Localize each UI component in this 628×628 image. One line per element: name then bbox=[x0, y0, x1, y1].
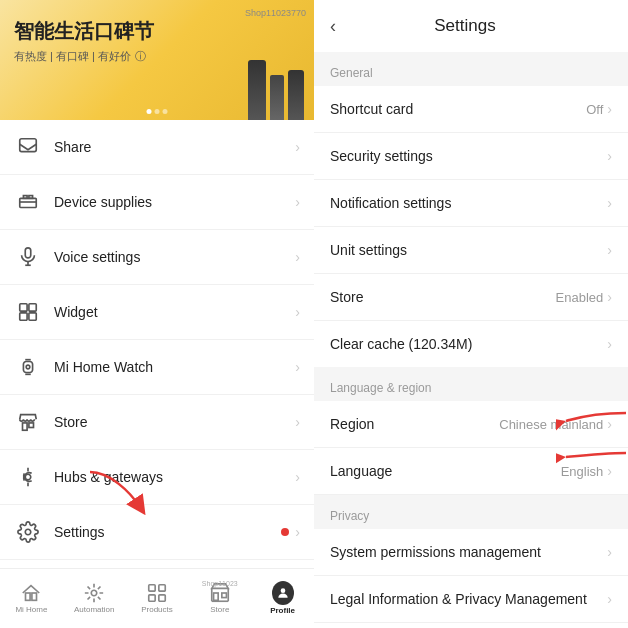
profile-nav-icon bbox=[272, 582, 294, 604]
left-panel: 智能生活口碑节 有热度 | 有口碑 | 有好价 ⓘ Shop11023770 ‹ bbox=[0, 0, 314, 628]
svg-rect-10 bbox=[20, 313, 27, 320]
products-nav-label: Products bbox=[141, 606, 173, 615]
banner-text: 智能生活口碑节 有热度 | 有口碑 | 有好价 ⓘ bbox=[14, 18, 154, 64]
banner-title: 智能生活口碑节 bbox=[14, 18, 154, 45]
svg-point-34 bbox=[280, 588, 285, 593]
mi-home-watch-icon bbox=[14, 353, 42, 381]
products-nav-icon bbox=[146, 582, 168, 604]
menu-label-voice-settings: Voice settings bbox=[54, 249, 295, 265]
nav-item-automation[interactable]: Automation bbox=[63, 578, 126, 619]
mi-home-nav-icon bbox=[20, 582, 42, 604]
voice-settings-icon bbox=[14, 243, 42, 271]
store-setting-arrow: › bbox=[607, 289, 612, 305]
settings-item-region[interactable]: Region Chinese mainland › bbox=[314, 401, 628, 448]
menu-arrow-settings: › bbox=[295, 524, 300, 540]
region-label: Region bbox=[330, 416, 499, 432]
unit-settings-label: Unit settings bbox=[330, 242, 607, 258]
settings-icon bbox=[14, 518, 42, 546]
svg-point-24 bbox=[91, 590, 97, 596]
banner[interactable]: 智能生活口碑节 有热度 | 有口碑 | 有好价 ⓘ Shop11023770 bbox=[0, 0, 314, 120]
svg-rect-9 bbox=[29, 304, 36, 311]
lang-region-group: Region Chinese mainland › Language Engli… bbox=[314, 401, 628, 495]
svg-rect-29 bbox=[213, 593, 218, 600]
svg-rect-2 bbox=[23, 196, 27, 199]
settings-item-clear-cache[interactable]: Clear cache (120.34M) › bbox=[314, 321, 628, 367]
settings-page-title: Settings bbox=[344, 16, 586, 36]
banner-dots bbox=[147, 109, 168, 114]
menu-arrow-share: › bbox=[295, 139, 300, 155]
svg-rect-1 bbox=[20, 198, 37, 207]
nav-item-profile[interactable]: Profile bbox=[251, 578, 314, 619]
settings-item-system-permissions[interactable]: System permissions management › bbox=[314, 529, 628, 576]
automation-nav-icon bbox=[83, 582, 105, 604]
system-permissions-arrow: › bbox=[607, 544, 612, 560]
dot-1 bbox=[147, 109, 152, 114]
svg-rect-8 bbox=[20, 304, 27, 311]
settings-item-legal-info[interactable]: Legal Information & Privacy Management › bbox=[314, 576, 628, 623]
settings-content: General Shortcut card Off › Security set… bbox=[314, 52, 628, 628]
back-button[interactable]: ‹ bbox=[330, 16, 336, 37]
svg-rect-5 bbox=[25, 248, 31, 258]
security-settings-label: Security settings bbox=[330, 148, 607, 164]
banner-subtitle: 有热度 | 有口碑 | 有好价 ⓘ bbox=[14, 49, 154, 64]
svg-point-21 bbox=[25, 529, 31, 535]
settings-item-store-setting[interactable]: Store Enabled › bbox=[314, 274, 628, 321]
menu-label-share: Share bbox=[54, 139, 295, 155]
menu-item-voice-settings[interactable]: Voice settings › bbox=[0, 230, 314, 285]
profile-nav-label: Profile bbox=[270, 606, 295, 615]
menu-item-widget[interactable]: Widget › bbox=[0, 285, 314, 340]
mi-home-nav-label: Mi Home bbox=[15, 606, 47, 615]
clear-cache-label: Clear cache (120.34M) bbox=[330, 336, 607, 352]
settings-item-personal-info[interactable]: Personal Information Collected › bbox=[314, 623, 628, 628]
settings-item-language[interactable]: Language English › bbox=[314, 448, 628, 495]
shortcut-card-label: Shortcut card bbox=[330, 101, 586, 117]
svg-rect-27 bbox=[149, 595, 155, 601]
dot-3 bbox=[163, 109, 168, 114]
banner-products bbox=[248, 60, 304, 120]
menu-label-store: Store bbox=[54, 414, 295, 430]
settings-item-notification-settings[interactable]: Notification settings › bbox=[314, 180, 628, 227]
menu-arrow-mi-home-watch: › bbox=[295, 359, 300, 375]
clear-cache-arrow: › bbox=[607, 336, 612, 352]
settings-item-shortcut-card[interactable]: Shortcut card Off › bbox=[314, 86, 628, 133]
svg-rect-22 bbox=[26, 593, 31, 600]
settings-item-security-settings[interactable]: Security settings › bbox=[314, 133, 628, 180]
region-arrow: › bbox=[607, 416, 612, 432]
store-setting-label: Store bbox=[330, 289, 556, 305]
menu-arrow-store: › bbox=[295, 414, 300, 430]
svg-rect-26 bbox=[159, 585, 165, 591]
lang-region-section-label: Language & region bbox=[314, 367, 628, 401]
menu-item-mi-home-watch[interactable]: Mi Home Watch › bbox=[0, 340, 314, 395]
menu-arrow-widget: › bbox=[295, 304, 300, 320]
menu-item-share[interactable]: Share › bbox=[0, 120, 314, 175]
store-setting-value: Enabled bbox=[556, 290, 604, 305]
general-group: Shortcut card Off › Security settings › … bbox=[314, 86, 628, 367]
settings-item-unit-settings[interactable]: Unit settings › bbox=[314, 227, 628, 274]
language-arrow: › bbox=[607, 463, 612, 479]
svg-rect-28 bbox=[159, 595, 165, 601]
menu-item-hubs-gateways[interactable]: Hubs & gateways › bbox=[0, 450, 314, 505]
nav-item-products[interactable]: Products bbox=[126, 578, 189, 619]
menu-item-store[interactable]: Store › bbox=[0, 395, 314, 450]
svg-rect-17 bbox=[29, 423, 34, 428]
nav-item-mi-home[interactable]: Mi Home bbox=[0, 578, 63, 619]
notification-settings-label: Notification settings bbox=[330, 195, 607, 211]
hubs-gateways-icon bbox=[14, 463, 42, 491]
product-bottle-2 bbox=[270, 75, 284, 120]
legal-info-label: Legal Information & Privacy Management bbox=[330, 591, 607, 607]
svg-rect-11 bbox=[29, 313, 36, 320]
privacy-section-label: Privacy bbox=[314, 495, 628, 529]
notification-settings-arrow: › bbox=[607, 195, 612, 211]
nav-item-store-nav[interactable]: Store Shop11023 bbox=[188, 578, 251, 619]
menu-label-mi-home-watch: Mi Home Watch bbox=[54, 359, 295, 375]
right-panel: › ‹ Settings General Shortcut card Off ›… bbox=[314, 0, 628, 628]
menu-item-settings[interactable]: Settings › bbox=[0, 505, 314, 560]
svg-point-15 bbox=[26, 365, 30, 369]
svg-rect-23 bbox=[32, 593, 37, 600]
unit-settings-arrow: › bbox=[607, 242, 612, 258]
menu-arrow-voice-settings: › bbox=[295, 249, 300, 265]
menu-arrow-device-supplies: › bbox=[295, 194, 300, 210]
shortcut-card-value: Off bbox=[586, 102, 603, 117]
language-value: English bbox=[561, 464, 604, 479]
menu-item-device-supplies[interactable]: Device supplies › bbox=[0, 175, 314, 230]
